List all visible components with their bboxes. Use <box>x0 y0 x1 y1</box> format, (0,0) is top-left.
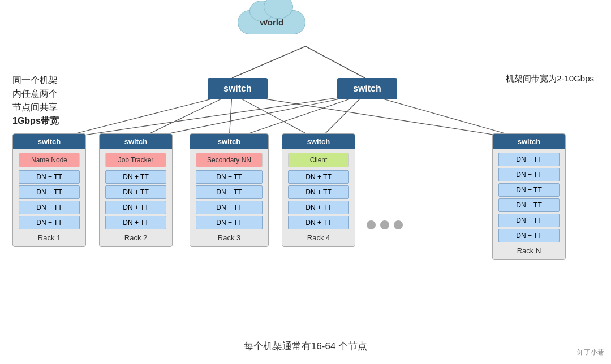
rack-node-rack2-2: DN + TT <box>105 201 167 214</box>
rack-label-rack1: Rack 1 <box>38 233 61 242</box>
rack-rack3: switchSecondary NNDN + TTDN + TTDN + TTD… <box>190 133 269 247</box>
svg-line-6 <box>232 94 529 140</box>
world-cloud: World <box>238 10 306 34</box>
rack-node-rack2-1: DN + TT <box>105 185 167 199</box>
rack-label-rack4: Rack 4 <box>307 233 330 242</box>
rack-label-rackN: Rack N <box>517 246 541 255</box>
world-label: World <box>238 10 306 34</box>
rack-switch-rack2: switch <box>100 134 172 149</box>
annotation-line3: 节点间共享 <box>12 101 59 114</box>
rack-node-rackN-2: DN + TT <box>498 183 560 197</box>
rack-switch-rack1: switch <box>13 134 85 149</box>
annotation-line4: 1Gbps带宽 <box>12 114 59 128</box>
dot-2 <box>380 220 389 229</box>
rack-special-rack3: Secondary NN <box>196 153 262 167</box>
rack-dots <box>367 220 403 229</box>
annotation-line1: 同一个机架 <box>12 73 59 87</box>
rack-node-rack3-2: DN + TT <box>196 201 262 214</box>
rack-switch-rack4: switch <box>282 134 355 149</box>
svg-line-1 <box>306 46 365 78</box>
rack-node-rack3-1: DN + TT <box>196 185 262 199</box>
rack-node-rack3-3: DN + TT <box>196 216 262 229</box>
dot-3 <box>394 220 403 229</box>
bottom-text: 每个机架通常有16-64 个节点 <box>244 340 367 353</box>
rack-node-rack4-2: DN + TT <box>288 201 350 214</box>
annotation-line2: 内任意两个 <box>12 87 59 101</box>
rack-special-rack2: Job Tracker <box>105 153 167 167</box>
rack-node-rack1-1: DN + TT <box>19 185 80 199</box>
rack-node-rackN-4: DN + TT <box>498 214 560 227</box>
rack-node-rackN-3: DN + TT <box>498 198 560 212</box>
rack-label-rack2: Rack 2 <box>124 233 147 242</box>
rack-node-rack4-1: DN + TT <box>288 185 350 199</box>
dot-1 <box>367 220 376 229</box>
rack-switch-rack3: switch <box>190 134 268 149</box>
rack-node-rack1-2: DN + TT <box>19 201 80 214</box>
rack-rack1: switchName NodeDN + TTDN + TTDN + TTDN +… <box>12 133 86 247</box>
rack-special-rack4: Client <box>288 153 350 167</box>
watermark: 知了小巷 <box>577 348 604 357</box>
rack-label-rack3: Rack 3 <box>218 233 240 242</box>
rack-node-rack4-0: DN + TT <box>288 170 350 184</box>
rack-node-rackN-0: DN + TT <box>498 153 560 166</box>
annotation-right: 机架间带宽为2-10Gbps <box>506 73 594 84</box>
watermark-text: 知了小巷 <box>577 348 604 357</box>
rack-node-rackN-1: DN + TT <box>498 168 560 181</box>
rack-node-rack3-0: DN + TT <box>196 170 262 184</box>
annotation-left: 同一个机架 内任意两个 节点间共享 1Gbps带宽 <box>12 73 59 128</box>
rack-node-rack1-0: DN + TT <box>19 170 80 184</box>
rack-switch-rackN: switch <box>493 134 565 149</box>
rack-special-rack1: Name Node <box>19 153 80 167</box>
rack-node-rack2-0: DN + TT <box>105 170 167 184</box>
diagram-container: World 同一个机架 内任意两个 节点间共享 1Gbps带宽 机架间带宽为2-… <box>0 0 611 364</box>
rack-node-rackN-5: DN + TT <box>498 229 560 242</box>
rack-node-rack1-3: DN + TT <box>19 216 80 229</box>
rack-node-rack4-3: DN + TT <box>288 216 350 229</box>
core-switch-2: switch <box>337 78 397 99</box>
svg-line-0 <box>232 46 306 78</box>
core-switch-1: switch <box>208 78 268 99</box>
rack-rack2: switchJob TrackerDN + TTDN + TTDN + TTDN… <box>99 133 173 247</box>
rack-rackN: switchDN + TTDN + TTDN + TTDN + TTDN + T… <box>492 133 566 260</box>
rack-node-rack2-3: DN + TT <box>105 216 167 229</box>
rack-rack4: switchClientDN + TTDN + TTDN + TTDN + TT… <box>282 133 355 247</box>
